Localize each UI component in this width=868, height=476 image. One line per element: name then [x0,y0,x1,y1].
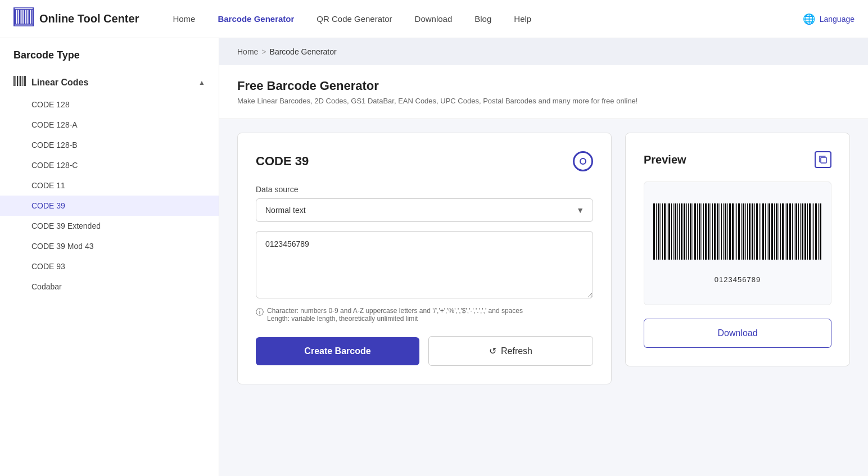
barcode-number: 0123456789 [715,275,761,284]
page-description: Make Linear Barcodes, 2D Codes, GS1 Data… [237,97,850,105]
svg-rect-68 [756,203,758,260]
download-button[interactable]: Download [644,319,831,348]
svg-rect-52 [721,203,722,260]
svg-rect-86 [795,203,797,260]
svg-rect-65 [749,203,751,260]
svg-rect-39 [693,203,693,260]
svg-rect-55 [727,203,728,260]
svg-rect-3 [22,10,23,24]
svg-rect-26 [664,203,666,260]
preview-panel: Preview [625,133,850,366]
svg-rect-63 [745,203,746,260]
svg-rect-22 [656,203,657,260]
target-icon-inner [580,158,586,165]
svg-rect-72 [765,203,766,260]
svg-rect-67 [754,203,755,260]
sidebar-item-code128b[interactable]: CODE 128-B [0,135,219,155]
refresh-icon: ↺ [489,346,496,356]
svg-rect-17 [22,76,23,86]
breadcrumb-current: Barcode Generator [270,47,337,56]
copy-icon-button[interactable] [815,151,831,168]
barcode-image: 0123456789 [653,203,822,284]
svg-rect-81 [785,203,785,260]
svg-rect-59 [736,203,737,260]
svg-rect-18 [24,76,25,86]
sidebar-item-code93[interactable]: CODE 93 [0,256,219,276]
barcode-section-icon [13,76,26,89]
target-icon[interactable] [573,151,593,171]
svg-rect-28 [668,203,670,260]
form-actions: Create Barcode ↺ Refresh [256,336,593,366]
sidebar-item-code11[interactable]: CODE 11 [0,175,219,196]
svg-rect-37 [688,203,689,260]
refresh-button[interactable]: ↺ Refresh [428,336,593,366]
sidebar-item-code128[interactable]: CODE 128 [0,94,219,115]
svg-rect-49 [714,203,716,260]
svg-rect-78 [779,203,779,260]
svg-rect-96 [818,203,819,260]
svg-rect-14 [17,76,18,86]
svg-rect-46 [708,203,709,260]
content-area: CODE 39 Data source Normal text Hex Base… [219,119,868,398]
sidebar-item-code39mod43[interactable]: CODE 39 Mod 43 [0,236,219,256]
nav-download[interactable]: Download [415,14,453,24]
nav-qr-generator[interactable]: QR Code Generator [317,14,392,24]
svg-rect-87 [798,203,799,260]
svg-rect-20 [821,157,826,163]
svg-rect-77 [776,203,777,260]
preview-title: Preview [644,153,686,166]
sidebar-section-linear-codes[interactable]: Linear Codes ▲ [0,70,219,94]
barcode-data-input[interactable]: 0123456789 [256,231,593,298]
nav-home[interactable]: Home [173,14,195,24]
page-title: Free Barcode Generator [237,79,850,93]
breadcrumb-home[interactable]: Home [237,47,258,56]
nav-help[interactable]: Help [514,14,531,24]
svg-rect-91 [807,203,808,260]
form-panel-title: CODE 39 [256,154,309,169]
svg-rect-54 [725,203,726,260]
sidebar-item-code128c[interactable]: CODE 128-C [0,155,219,175]
svg-rect-89 [802,203,803,260]
sidebar-item-code39ext[interactable]: CODE 39 Extended [0,216,219,236]
hint-line2: Length: variable length, theoretically u… [267,315,418,323]
svg-rect-88 [800,203,801,260]
svg-rect-61 [741,203,742,260]
svg-rect-48 [712,203,713,260]
svg-rect-33 [679,203,680,260]
language-selector[interactable]: 🌐 Language [803,13,855,25]
svg-rect-50 [717,203,718,260]
svg-rect-11 [33,8,34,26]
svg-rect-74 [768,203,770,260]
svg-rect-71 [762,203,764,260]
logo[interactable]: Online Tool Center [13,7,139,31]
layout: Barcode Type Linear Codes [0,38,868,476]
nav-blog[interactable]: Blog [474,14,491,24]
svg-rect-43 [702,203,702,260]
data-source-select-wrapper: Normal text Hex Base64 ▼ [256,198,593,222]
svg-rect-42 [699,203,700,260]
svg-rect-66 [752,203,753,260]
svg-rect-82 [786,203,788,260]
sidebar-item-codabar[interactable]: Codabar [0,276,219,297]
svg-rect-56 [729,203,731,260]
svg-rect-8 [13,8,34,10]
svg-rect-7 [31,10,33,24]
svg-rect-38 [690,203,691,260]
sidebar-item-code128a[interactable]: CODE 128-A [0,115,219,135]
svg-rect-92 [809,203,811,260]
svg-rect-73 [767,203,767,260]
svg-rect-15 [19,76,20,86]
preview-header: Preview [644,151,831,168]
svg-rect-95 [815,203,817,260]
svg-rect-35 [684,203,685,260]
svg-rect-2 [19,10,21,24]
create-barcode-button[interactable]: Create Barcode [256,337,419,365]
svg-rect-40 [694,203,696,260]
sidebar-item-code39[interactable]: CODE 39 [0,196,219,216]
nav-barcode-generator[interactable]: Barcode Generator [218,14,294,24]
svg-rect-62 [743,203,744,260]
svg-rect-13 [16,76,16,86]
data-source-select[interactable]: Normal text Hex Base64 [256,198,593,222]
barcode-preview-area: 0123456789 [644,182,831,305]
svg-rect-94 [813,203,814,260]
